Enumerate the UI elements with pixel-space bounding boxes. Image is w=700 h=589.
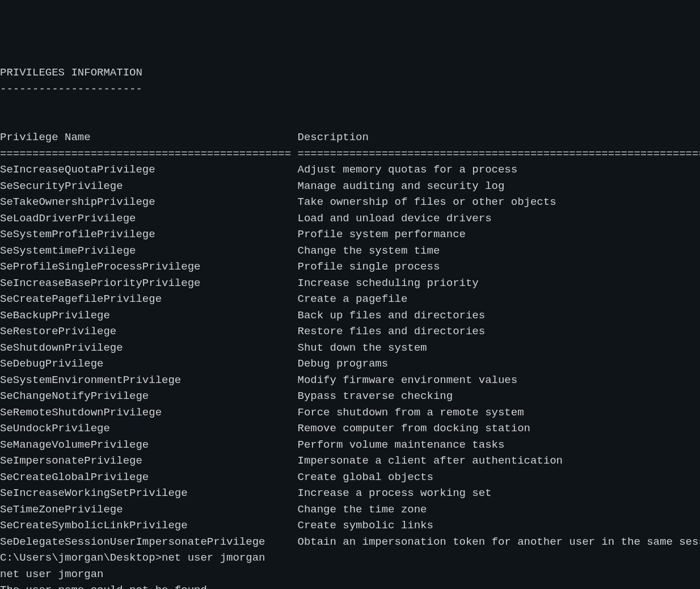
privilege-row: SeIncreaseBasePriorityPrivilege Increase… (0, 277, 700, 289)
privilege-row: SeSystemEnvironmentPrivilege Modify firm… (0, 374, 700, 386)
privilege-row: SeCreateGlobalPrivilege Create global ob… (0, 471, 700, 483)
privilege-row: SeProfileSingleProcessPrivilege Profile … (0, 260, 700, 273)
prompt-command: net user jmorgan (162, 552, 265, 564)
privilege-row: SeIncreaseQuotaPrivilege Adjust memory q… (0, 163, 700, 176)
privilege-row: SeTakeOwnershipPrivilege Take ownership … (0, 196, 700, 208)
prompt-path: C:\Users\jmorgan\Desktop> (0, 552, 162, 564)
privilege-row: SeSecurityPrivilege Manage auditing and … (0, 180, 700, 192)
privilege-row: SeBackupPrivilege Back up files and dire… (0, 309, 700, 322)
privileges-header-dashes: ---------------------- (0, 83, 142, 95)
privilege-row: SeCreatePagefilePrivilege Create a pagef… (0, 293, 700, 305)
privilege-row: SeCreateSymbolicLinkPrivilege Create sym… (0, 519, 700, 532)
privilege-row: SeLoadDriverPrivilege Load and unload de… (0, 212, 700, 225)
privilege-row: SeShutdownPrivilege Shut down the system… (0, 342, 700, 354)
command-prompt-line: C:\Users\jmorgan\Desktop>net user jmorga… (0, 552, 265, 564)
privilege-row: SeRestorePrivilege Restore files and dir… (0, 325, 700, 338)
column-separator-row: ========================================… (0, 148, 700, 160)
privilege-row: SeIncreaseWorkingSetPrivilege Increase a… (0, 487, 700, 499)
terminal-output[interactable]: PRIVILEGES INFORMATION -----------------… (0, 65, 700, 589)
privilege-row: SeSystemProfilePrivilege Profile system … (0, 228, 700, 241)
privilege-row: SeManageVolumePrivilege Perform volume m… (0, 439, 700, 451)
privilege-row: SeUndockPrivilege Remove computer from d… (0, 422, 700, 435)
privilege-row: SeChangeNotifyPrivilege Bypass traverse … (0, 390, 700, 402)
error-message: The user name could not be found. (0, 584, 213, 589)
privilege-row: SeRemoteShutdownPrivilege Force shutdown… (0, 406, 700, 419)
privilege-row: SeDebugPrivilege Debug programs Enabled (0, 357, 700, 370)
privilege-row: SeTimeZonePrivilege Change the time zone… (0, 503, 700, 516)
privilege-row: SeImpersonatePrivilege Impersonate a cli… (0, 455, 700, 467)
privileges-header-title: PRIVILEGES INFORMATION (0, 66, 142, 79)
privilege-row: SeSystemtimePrivilege Change the system … (0, 245, 700, 257)
column-headers-row: Privilege Name Description State (0, 131, 700, 144)
privilege-row: SeDelegateSessionUserImpersonatePrivileg… (0, 536, 700, 548)
command-echo: net user jmorgan (0, 568, 103, 580)
